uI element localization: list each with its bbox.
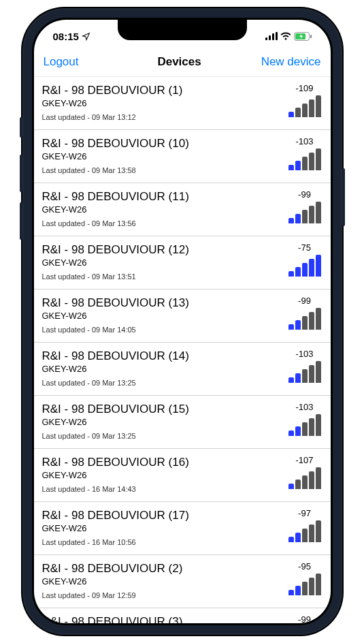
device-subtitle: GKEY-W26: [42, 151, 283, 163]
signal-bars-icon: [288, 414, 321, 436]
device-row[interactable]: R&I - 98 DEBOUVIOUR (3)GKEY-W26Last upda…: [34, 608, 331, 623]
screen: 08:15: [34, 20, 331, 623]
status-time: 08:15: [53, 31, 79, 42]
signal-bar: [302, 422, 308, 436]
device-row[interactable]: R&I - 98 DEBOUVIOUR (14)GKEY-W26Last upd…: [34, 343, 331, 396]
device-title: R&I - 98 DEBOUVIOUR (3): [42, 614, 283, 623]
signal-bar: [302, 316, 308, 330]
device-row-info: R&I - 98 DEBOUVIOUR (17)GKEY-W26Last upd…: [42, 508, 283, 547]
signal-bars-icon: [288, 574, 321, 595]
signal-bar: [295, 320, 301, 330]
device-title: R&I - 98 DEBOUVIOUR (15): [42, 402, 283, 416]
signal-bar: [302, 369, 308, 383]
signal-bar: [316, 255, 321, 277]
device-last-updated: Last updated - 09 Mar 13:51: [42, 272, 283, 281]
signal-bar: [302, 475, 308, 489]
svg-rect-0: [265, 37, 267, 40]
rssi-value: -99: [298, 614, 311, 623]
page-title: Devices: [98, 55, 261, 69]
device-subtitle: GKEY-W26: [42, 257, 283, 269]
signal-bar: [309, 206, 314, 223]
signal-bar: [316, 308, 321, 330]
device-row[interactable]: R&I - 98 DEBOUVIOUR (15)GKEY-W26Last upd…: [34, 396, 331, 449]
signal-bar: [288, 590, 294, 595]
device-row-info: R&I - 98 DEBOUVIOUR (3)GKEY-W26Last upda…: [42, 614, 283, 623]
rssi-value: -103: [295, 136, 313, 146]
signal-bars-icon: [288, 467, 321, 489]
rssi-value: -109: [295, 83, 313, 93]
signal-bar: [309, 471, 314, 489]
device-subtitle: GKEY-W26: [42, 417, 283, 428]
device-title: R&I - 98 DEBOUVIOUR (14): [42, 349, 283, 363]
device-row-info: R&I - 98 DEBOUVIOUR (1)GKEY-W26Last upda…: [42, 83, 283, 122]
signal-indicator: -103: [288, 136, 321, 170]
signal-bar: [288, 430, 294, 436]
device-row-info: R&I - 98 DEBOUVIOUR (16)GKEY-W26Last upd…: [42, 455, 283, 494]
location-arrow-icon: [82, 32, 90, 41]
device-row[interactable]: R&I - 98 DEBOUVIOUR (16)GKEY-W26Last upd…: [34, 449, 331, 502]
signal-indicator: -75: [288, 242, 321, 277]
signal-bar: [288, 112, 294, 117]
device-row[interactable]: R&I - 98 DEBOUVIOUR (1)GKEY-W26Last upda…: [34, 77, 331, 130]
device-row[interactable]: R&I - 98 DEBOUVIOUR (17)GKEY-W26Last upd…: [34, 502, 331, 555]
device-last-updated: Last updated - 16 Mar 14:43: [42, 485, 283, 494]
signal-indicator: -109: [288, 83, 321, 117]
battery-charging-icon: [294, 32, 312, 41]
signal-bar: [295, 161, 301, 170]
signal-indicator: -99: [288, 189, 321, 223]
device-title: R&I - 98 DEBOUVIOUR (17): [42, 508, 283, 522]
status-left: 08:15: [53, 31, 90, 42]
signal-bar: [302, 529, 308, 542]
device-row[interactable]: R&I - 98 DEBOUVIOUR (10)GKEY-W26Last upd…: [34, 130, 331, 183]
signal-bar: [295, 373, 301, 383]
device-subtitle: GKEY-W26: [42, 98, 283, 110]
device-last-updated: Last updated - 09 Mar 13:25: [42, 432, 283, 441]
signal-bar: [288, 218, 294, 223]
device-subtitle: GKEY-W26: [42, 311, 283, 322]
signal-bar: [288, 484, 294, 489]
signal-bar: [316, 202, 321, 223]
device-row-info: R&I - 98 DEBOUVIOUR (14)GKEY-W26Last upd…: [42, 349, 283, 388]
signal-bar: [295, 586, 301, 595]
phone-frame: 08:15: [22, 8, 342, 635]
phone-side-button: [20, 202, 22, 240]
logout-button[interactable]: Logout: [44, 55, 98, 69]
device-last-updated: Last updated - 16 Mar 10:56: [42, 538, 283, 547]
signal-indicator: -95: [288, 561, 321, 595]
device-row[interactable]: R&I - 98 DEBOUVIOUR (13)GKEY-W26Last upd…: [34, 289, 331, 343]
signal-bar: [316, 574, 321, 595]
svg-rect-3: [276, 32, 278, 40]
phone-side-button: [20, 155, 22, 192]
signal-bar: [309, 418, 314, 436]
notch: [118, 20, 247, 40]
signal-bar: [309, 365, 314, 383]
device-list[interactable]: R&I - 98 DEBOUVIOUR (1)GKEY-W26Last upda…: [34, 77, 331, 623]
rssi-value: -103: [295, 402, 313, 412]
device-title: R&I - 98 DEBOUVIOUR (10): [42, 136, 283, 151]
device-row[interactable]: R&I - 98 DEBOUVIOUR (2)GKEY-W26Last upda…: [34, 555, 331, 608]
new-device-button[interactable]: New device: [261, 55, 321, 69]
device-last-updated: Last updated - 09 Mar 12:59: [42, 591, 283, 600]
svg-rect-1: [269, 35, 271, 40]
rssi-value: -99: [298, 296, 311, 306]
device-row[interactable]: R&I - 98 DEBOUVIOUR (11)GKEY-W26Last upd…: [34, 183, 331, 236]
signal-bar: [295, 267, 301, 277]
signal-bar: [302, 263, 308, 277]
device-title: R&I - 98 DEBOUVIOUR (16): [42, 455, 283, 469]
signal-bar: [288, 271, 294, 277]
signal-bars-icon: [288, 148, 321, 170]
phone-side-button: [20, 117, 22, 138]
svg-rect-2: [272, 33, 274, 40]
signal-indicator: -103: [288, 349, 321, 383]
signal-bars-icon: [288, 520, 321, 542]
device-title: R&I - 98 DEBOUVIOUR (13): [42, 296, 283, 310]
device-last-updated: Last updated - 09 Mar 13:58: [42, 166, 283, 175]
signal-bar: [295, 108, 301, 117]
signal-bars-icon: [288, 95, 321, 117]
signal-bar: [288, 377, 294, 383]
signal-bar: [295, 214, 301, 223]
signal-bar: [316, 148, 321, 170]
signal-bars-icon: [288, 255, 321, 277]
device-last-updated: Last updated - 09 Mar 13:25: [42, 379, 283, 388]
device-row[interactable]: R&I - 98 DEBOUVIOUR (12)GKEY-W26Last upd…: [34, 236, 331, 289]
